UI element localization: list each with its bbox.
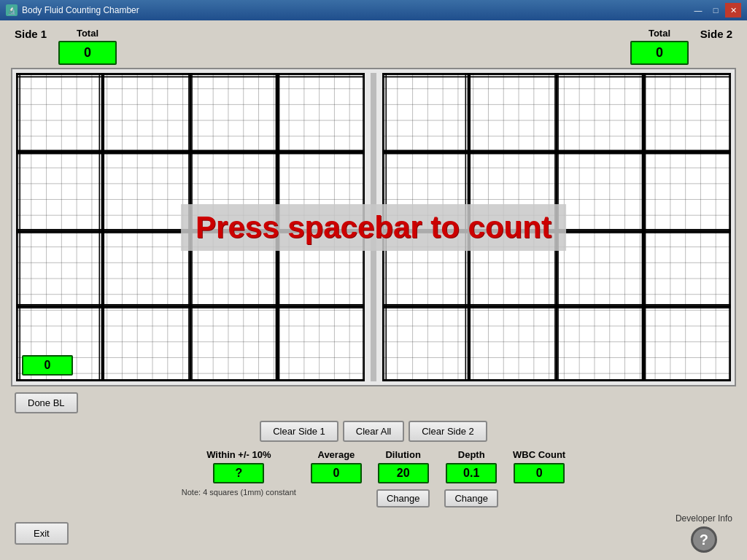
window-title: Body Fluid Counting Chamber: [22, 5, 690, 15]
press-spacebar-text: Press spacebar to count: [196, 210, 551, 244]
clear-side1-button[interactable]: Clear Side 1: [260, 421, 338, 442]
total-group-left: Total 0: [58, 28, 117, 65]
depth-stat-group: Depth 0.1 Change: [444, 449, 498, 508]
dilution-label: Dilution: [385, 449, 420, 460]
total-display-side1: 0: [58, 41, 117, 65]
maximize-button[interactable]: □: [708, 3, 724, 18]
total-label-right: Total: [649, 28, 670, 39]
stat-note: Note: 4 squares (1mm) constant: [182, 488, 296, 497]
titlebar-buttons: — □ ✕: [690, 3, 741, 18]
done-bl-button[interactable]: Done BL: [15, 392, 78, 413]
dilution-stat-group: Dilution 20 Change: [376, 449, 430, 508]
exit-button[interactable]: Exit: [15, 522, 69, 545]
total-group-right: Total 0: [630, 28, 689, 65]
side1-counter: 0: [22, 355, 73, 376]
depth-label: Depth: [458, 449, 485, 460]
side2-label: Side 2: [689, 28, 732, 40]
side1-label: Side 1: [15, 28, 58, 40]
within-value: ?: [213, 463, 264, 483]
done-bl-area: Done BL: [11, 392, 736, 413]
side1-count-display: 0: [22, 355, 73, 376]
clear-all-button[interactable]: Clear All: [343, 421, 404, 442]
close-button[interactable]: ✕: [725, 3, 741, 18]
bottom-row: Exit Developer Info ?: [11, 513, 736, 553]
within-stat-group: Within +/- 10% ? Note: 4 squares (1mm) c…: [182, 449, 296, 497]
change-dilution-button[interactable]: Change: [376, 489, 430, 508]
average-label: Average: [317, 449, 355, 460]
stats-row: Within +/- 10% ? Note: 4 squares (1mm) c…: [11, 449, 736, 508]
within-label: Within +/- 10%: [206, 449, 271, 460]
depth-value: 0.1: [446, 463, 497, 483]
developer-info-group: Developer Info ?: [676, 513, 732, 553]
main-window: Side 1 Total 0 Total 0 Side 2: [0, 20, 747, 560]
total-display-side2: 0: [630, 41, 689, 65]
wbc-stat-group: WBC Count 0: [513, 449, 565, 483]
wbc-label: WBC Count: [513, 449, 565, 460]
wbc-value: 0: [514, 463, 565, 483]
total-label-left: Total: [77, 28, 98, 39]
minimize-button[interactable]: —: [690, 3, 706, 18]
average-stat-group: Average 0: [311, 449, 362, 483]
top-labels-row: Side 1 Total 0 Total 0 Side 2: [11, 28, 736, 65]
chambers-area: 0: [11, 68, 736, 386]
press-spacebar-overlay: Press spacebar to count: [181, 204, 566, 251]
average-value: 0: [311, 463, 362, 483]
app-icon: 🔬: [6, 4, 18, 16]
developer-info-button[interactable]: ?: [691, 526, 717, 553]
dilution-value: 20: [378, 463, 429, 483]
developer-info-label: Developer Info: [676, 513, 732, 524]
titlebar: 🔬 Body Fluid Counting Chamber — □ ✕: [0, 0, 747, 20]
controls-row: Clear Side 1 Clear All Clear Side 2: [11, 421, 736, 442]
change-depth-button[interactable]: Change: [444, 489, 498, 508]
clear-side2-button[interactable]: Clear Side 2: [409, 421, 487, 442]
